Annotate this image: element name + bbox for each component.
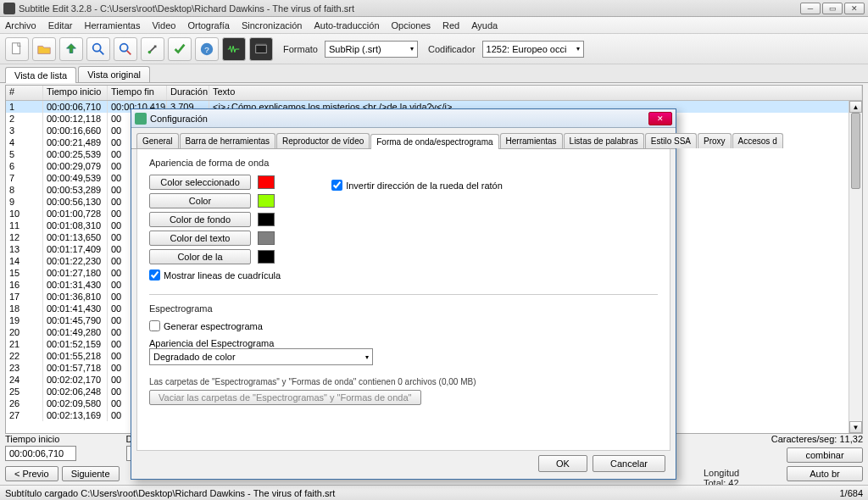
ok-button[interactable]: OK — [538, 455, 587, 472]
dialog-tab[interactable]: Forma de onda/espectrograma — [370, 134, 498, 149]
dialog-tab[interactable]: Listas de palabras — [564, 133, 644, 148]
config-dialog: Configuración ✕ GeneralBarra de herramie… — [131, 108, 676, 480]
video-icon[interactable] — [249, 37, 273, 61]
grid-lines-checkbox[interactable]: Mostrar lineas de cuadrícula — [149, 269, 281, 281]
spellcheck-icon[interactable] — [168, 37, 192, 61]
invert-wheel-checkbox[interactable]: Invertir dirección de la rueda del ratón — [331, 180, 503, 191]
col-number[interactable]: # — [6, 86, 43, 100]
color-seleccionado-button[interactable]: Color seleccionado — [149, 175, 251, 190]
menu-bar: Archivo Editar Herramientas Video Ortogr… — [0, 17, 868, 34]
status-right: 1/684 — [839, 488, 863, 498]
combinar-button[interactable]: combinar — [787, 447, 863, 463]
scroll-thumb[interactable] — [851, 113, 860, 189]
format-combo[interactable]: SubRip (.srt)▾ — [325, 41, 418, 58]
color-texto-button[interactable]: Color del texto — [149, 231, 251, 246]
format-label: Formato — [283, 44, 318, 54]
spectrogram-label: Espectrograma — [149, 303, 658, 314]
settings-icon[interactable] — [141, 37, 164, 61]
swatch-texto[interactable] — [258, 231, 275, 245]
scroll-up-icon[interactable]: ▲ — [849, 101, 862, 113]
help-icon[interactable]: ? — [195, 37, 219, 61]
color-button[interactable]: Color — [149, 193, 251, 208]
col-duracion[interactable]: Duración — [167, 86, 209, 100]
dialog-titlebar[interactable]: Configuración ✕ — [131, 109, 676, 128]
menu-herramientas[interactable]: Herramientas — [84, 20, 140, 31]
tab-vista-original[interactable]: Vista original — [78, 66, 150, 82]
previo-button[interactable]: < Previo — [5, 466, 58, 481]
svg-point-3 — [148, 50, 152, 53]
encoder-combo[interactable]: 1252: Europeo occi▾ — [482, 41, 584, 58]
dialog-tab[interactable]: Herramientas — [500, 133, 563, 148]
window-titlebar: Subtitle Edit 3.2.8 - C:\Users\root\Desk… — [0, 0, 868, 17]
replace-icon[interactable] — [114, 37, 137, 61]
scroll-down-icon[interactable]: ▼ — [849, 421, 862, 433]
menu-opciones[interactable]: Opciones — [392, 20, 431, 31]
folders-info: Las carpetas de "Espectrogramas" y "Form… — [149, 377, 658, 386]
app-icon — [3, 3, 15, 14]
menu-editar[interactable]: Editar — [48, 20, 73, 31]
caracteres-seg: Caracteres/seg: 11,32 — [771, 434, 863, 444]
col-tiempo-fin[interactable]: Tiempo fin — [108, 86, 167, 100]
dialog-tab[interactable]: General — [136, 133, 179, 148]
view-tabs: Vista de lista Vista original — [0, 64, 868, 83]
col-tiempo-inicio[interactable]: Tiempo inicio — [43, 86, 108, 100]
swatch-seleccionado[interactable] — [258, 175, 275, 189]
waveform-icon[interactable] — [222, 37, 246, 61]
dialog-tab[interactable]: Proxy — [698, 133, 732, 148]
minimize-button[interactable]: ─ — [800, 3, 821, 14]
menu-archivo[interactable]: Archivo — [5, 20, 36, 31]
swatch-color[interactable] — [258, 194, 275, 208]
swatch-fondo[interactable] — [258, 213, 275, 226]
tab-vista-lista[interactable]: Vista de lista — [5, 67, 76, 83]
cancel-button[interactable]: Cancelar — [593, 455, 665, 472]
save-icon[interactable] — [59, 37, 83, 61]
svg-point-1 — [93, 43, 101, 51]
status-bar: Subtítulo cargado C:\Users\root\Desktop\… — [0, 485, 868, 500]
svg-rect-0 — [13, 42, 20, 53]
spectrogram-appearance-label: Apariencia del Espectrograma — [149, 338, 658, 348]
menu-sincronizacion[interactable]: Sincronización — [242, 20, 303, 31]
dialog-tab[interactable]: Estilo SSA — [645, 133, 697, 148]
dialog-close-button[interactable]: ✕ — [648, 112, 672, 125]
encoder-label: Codificador — [428, 44, 476, 54]
svg-text:?: ? — [204, 44, 209, 53]
dialog-icon — [135, 113, 147, 125]
search-icon[interactable] — [86, 37, 110, 61]
swatch-la[interactable] — [258, 250, 275, 264]
new-file-icon[interactable] — [5, 37, 29, 61]
toolbar: ? Formato SubRip (.srt)▾ Codificador 125… — [0, 34, 868, 64]
grid-header: # Tiempo inicio Tiempo fin Duración Text… — [6, 86, 862, 101]
spectrogram-appearance-combo[interactable]: Degradado de color▾ — [149, 348, 373, 365]
color-fondo-button[interactable]: Color de fondo — [149, 212, 251, 227]
col-texto[interactable]: Texto — [209, 86, 862, 100]
close-button[interactable]: ✕ — [844, 3, 865, 14]
menu-ortografia[interactable]: Ortografía — [187, 20, 230, 31]
dialog-title: Configuración — [150, 114, 208, 124]
dialog-body: Apariencia de forma de onda Color selecc… — [136, 149, 670, 451]
svg-point-2 — [120, 43, 128, 51]
menu-autotraduccion[interactable]: Auto-traducción — [314, 20, 379, 31]
window-title: Subtitle Edit 3.2.8 - C:\Users\root\Desk… — [19, 3, 798, 14]
dialog-tab[interactable]: Reproductor de vídeo — [276, 133, 370, 148]
siguiente-button[interactable]: Siguiente — [62, 466, 120, 481]
open-file-icon[interactable] — [32, 37, 56, 61]
clear-folders-button[interactable]: Vaciar las carpetas de "Espectrogramas" … — [149, 390, 421, 405]
generate-spectrogram-checkbox[interactable]: Generar espectrograma — [149, 320, 658, 331]
grid-scrollbar[interactable]: ▲ ▼ — [849, 101, 862, 433]
tiempo-inicio-label: Tiempo inicio — [5, 434, 120, 444]
dialog-tab[interactable]: Barra de herramientas — [180, 133, 276, 148]
maximize-button[interactable]: ▭ — [822, 3, 843, 14]
tiempo-inicio-input[interactable] — [5, 446, 76, 461]
svg-rect-7 — [256, 43, 267, 45]
svg-rect-6 — [256, 45, 267, 53]
menu-ayuda[interactable]: Ayuda — [471, 20, 498, 31]
dialog-tab[interactable]: Accesos d — [732, 133, 783, 148]
menu-red[interactable]: Red — [442, 20, 459, 31]
auto-br-button[interactable]: Auto br — [787, 466, 863, 481]
dialog-tabs: GeneralBarra de herramientasReproductor … — [131, 128, 676, 149]
menu-video[interactable]: Video — [152, 20, 175, 31]
status-left: Subtítulo cargado C:\Users\root\Desktop\… — [5, 488, 335, 498]
color-de-la-button[interactable]: Color de la — [149, 249, 251, 264]
wave-appearance-label: Apariencia de forma de onda — [149, 158, 658, 168]
